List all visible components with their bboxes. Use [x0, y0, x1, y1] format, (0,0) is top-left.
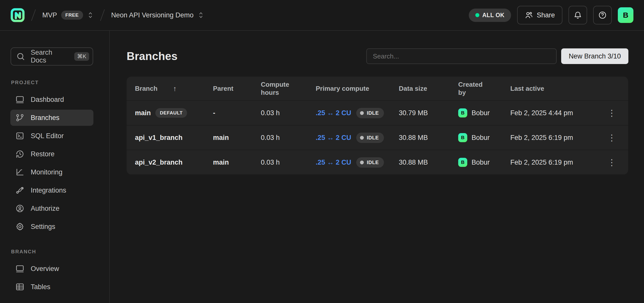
- branch-name: api_v2_branch: [135, 159, 183, 166]
- search-docs-button[interactable]: Search Docs ⌘K: [11, 47, 93, 66]
- sidebar-item-integrations[interactable]: Integrations: [10, 182, 93, 198]
- row-menu-button[interactable]: ⋮: [607, 109, 628, 117]
- branch-name: api_v1_branch: [135, 134, 183, 142]
- compute-range[interactable]: .25 ↔ 2 CU: [316, 109, 351, 117]
- creator-avatar: B: [458, 158, 467, 167]
- parent-cell: main: [213, 134, 261, 142]
- integrations-icon: [15, 186, 24, 195]
- creator-name: Bobur: [472, 159, 490, 166]
- share-button[interactable]: Share: [517, 6, 562, 24]
- primary-compute-cell: .25 ↔ 2 CU IDLE: [316, 108, 399, 118]
- project-selector[interactable]: Neon API Versioning Demo: [111, 11, 204, 19]
- search-docs-label: Search Docs: [31, 49, 69, 64]
- compute-range[interactable]: .25 ↔ 2 CU: [316, 159, 351, 166]
- question-icon: [598, 11, 607, 19]
- help-button[interactable]: [593, 6, 612, 24]
- row-menu-button[interactable]: ⋮: [607, 158, 628, 167]
- idle-dot-icon: [360, 161, 364, 164]
- sidebar-item-overview[interactable]: Overview: [10, 261, 93, 277]
- bell-icon: [574, 11, 582, 19]
- page-actions: New Branch 3/10: [366, 48, 628, 64]
- creator-name: Bobur: [472, 134, 490, 142]
- status-label: ALL OK: [482, 12, 505, 19]
- chart-icon: [15, 168, 24, 177]
- branch-cell: api_v2_branch: [135, 159, 213, 166]
- table-icon: [15, 282, 24, 291]
- data-size-cell: 30.88 MB: [399, 159, 458, 166]
- idle-dot-icon: [360, 111, 364, 115]
- user-circle-icon: [15, 204, 24, 213]
- people-icon: [525, 11, 533, 19]
- neon-logo-icon[interactable]: [11, 8, 25, 22]
- column-header-created-by: Created by: [458, 80, 510, 97]
- breadcrumb: MVP FREE Neon API Versioning Demo: [11, 8, 204, 22]
- project-name: Neon API Versioning Demo: [111, 11, 194, 19]
- compute-state-badge: IDLE: [356, 157, 384, 168]
- overview-icon: [15, 264, 24, 273]
- page-header: Branches New Branch 3/10: [127, 48, 628, 64]
- branch-cell: main DEFAULT: [135, 108, 213, 118]
- chevron-updown-icon: [87, 11, 94, 19]
- table-row-main[interactable]: main DEFAULT - 0.03 h .25 ↔ 2 CU IDLE 30…: [127, 100, 628, 125]
- sidebar-item-settings[interactable]: Settings: [10, 219, 93, 235]
- created-by-cell: B Bobur: [458, 108, 510, 117]
- avatar-initial: B: [623, 11, 628, 19]
- git-branch-icon: [15, 113, 24, 122]
- breadcrumb-divider: [100, 9, 104, 21]
- created-by-cell: B Bobur: [458, 133, 510, 142]
- org-selector[interactable]: MVP FREE: [42, 11, 94, 20]
- table-row-api-v2[interactable]: api_v2_branch main 0.03 h .25 ↔ 2 CU IDL…: [127, 150, 628, 174]
- page-title: Branches: [127, 50, 177, 63]
- compute-state-badge: IDLE: [356, 108, 384, 118]
- sidebar-item-monitoring[interactable]: Monitoring: [10, 164, 93, 180]
- dashboard-icon: [15, 95, 24, 104]
- new-branch-button[interactable]: New Branch 3/10: [561, 48, 628, 64]
- terminal-icon: [15, 131, 24, 140]
- last-active-cell: Feb 2, 2025 6:19 pm: [510, 159, 593, 166]
- org-name: MVP: [42, 11, 57, 19]
- sidebar-item-branches[interactable]: Branches: [10, 110, 93, 126]
- keyboard-shortcut-badge: ⌘K: [74, 52, 89, 61]
- primary-compute-cell: .25 ↔ 2 CU IDLE: [316, 157, 399, 168]
- last-active-cell: Feb 2, 2025 4:44 pm: [510, 109, 593, 117]
- branch-name: main: [135, 109, 151, 117]
- column-header-primary-compute: Primary compute: [316, 84, 399, 93]
- branch-search-input[interactable]: [366, 48, 557, 64]
- user-avatar[interactable]: B: [618, 7, 633, 23]
- topbar: MVP FREE Neon API Versioning Demo ALL OK: [0, 0, 644, 31]
- branches-table: Branch ↑ Parent Compute hours Primary co…: [127, 77, 628, 174]
- neon-console: MVP FREE Neon API Versioning Demo ALL OK: [0, 0, 644, 303]
- sort-ascending-icon[interactable]: ↑: [173, 84, 177, 93]
- main-content: Branches New Branch 3/10 Branch ↑ Parent…: [110, 31, 644, 303]
- compute-hours-cell: 0.03 h: [261, 134, 316, 142]
- primary-compute-cell: .25 ↔ 2 CU IDLE: [316, 133, 399, 143]
- created-by-cell: B Bobur: [458, 158, 510, 167]
- sidebar-item-tables[interactable]: Tables: [10, 279, 93, 295]
- column-header-compute-hours: Compute hours: [261, 80, 316, 97]
- sidebar-item-sql-editor[interactable]: SQL Editor: [10, 128, 93, 144]
- notifications-button[interactable]: [568, 6, 587, 24]
- sidebar-item-authorize[interactable]: Authorize: [10, 200, 93, 217]
- creator-avatar: B: [458, 133, 467, 142]
- sidebar-item-dashboard[interactable]: Dashboard: [10, 92, 93, 108]
- parent-cell: -: [213, 109, 261, 117]
- data-size-cell: 30.88 MB: [399, 134, 458, 142]
- status-badge[interactable]: ALL OK: [469, 9, 511, 22]
- compute-range[interactable]: .25 ↔ 2 CU: [316, 134, 351, 142]
- creator-avatar: B: [458, 108, 467, 117]
- compute-hours-cell: 0.03 h: [261, 159, 316, 166]
- creator-name: Bobur: [472, 109, 490, 117]
- parent-cell: main: [213, 159, 261, 166]
- idle-dot-icon: [360, 136, 364, 140]
- sidebar: Search Docs ⌘K PROJECT Dashboard Branche…: [0, 31, 110, 303]
- table-row-api-v1[interactable]: api_v1_branch main 0.03 h .25 ↔ 2 CU IDL…: [127, 125, 628, 150]
- column-header-last-active: Last active: [510, 84, 593, 93]
- status-ok-dot: [475, 13, 479, 17]
- row-menu-button[interactable]: ⋮: [607, 133, 628, 142]
- column-header-parent: Parent: [213, 84, 261, 93]
- column-header-branch[interactable]: Branch ↑: [135, 84, 213, 93]
- section-label-branch: BRANCH: [11, 249, 109, 255]
- compute-hours-cell: 0.03 h: [261, 109, 316, 117]
- sidebar-item-restore[interactable]: Restore: [10, 146, 93, 162]
- table-header-row: Branch ↑ Parent Compute hours Primary co…: [127, 77, 628, 100]
